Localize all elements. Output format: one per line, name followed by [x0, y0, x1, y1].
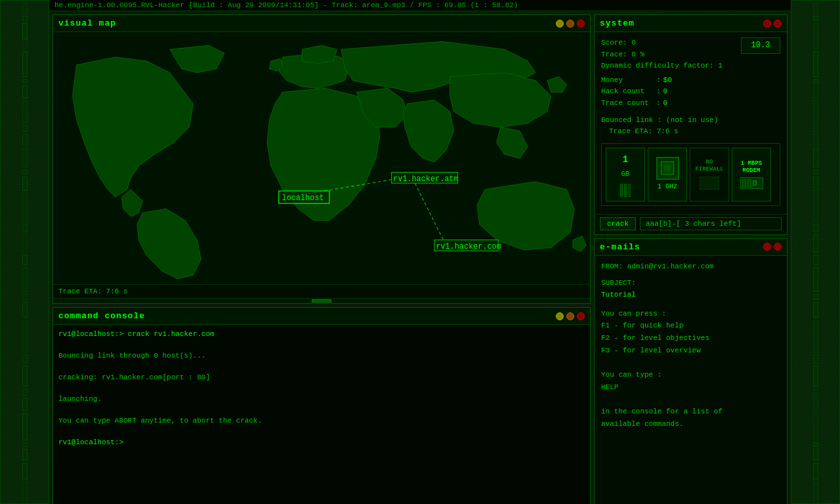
score-box: 10.3 — [741, 37, 780, 54]
email-body-line: in the console for a list of — [601, 406, 780, 418]
hw-modem: 1 MBPSMODEM — [732, 148, 771, 201]
bounced-row: Bounced link : (not in use) — [601, 115, 780, 127]
modem-icon — [740, 177, 763, 189]
email-from-row: FROM: admin@rv1.hacker.com — [601, 261, 780, 273]
console-line-5: You can type ABORT anytime, to abort the… — [58, 415, 585, 427]
trace-eta-sys: Trace ETA: — [609, 127, 652, 135]
hw-cpu: 1 GHz — [648, 148, 687, 201]
score-stats: Score: 0 Trace: 0 % Dynamic difficulty f… — [601, 37, 723, 72]
visual-map-title: visual map — [58, 18, 116, 28]
ram-bars — [620, 184, 631, 197]
left-panels: visual map — [52, 14, 591, 504]
subject-label: SUBJECT: — [601, 278, 780, 289]
svg-text:localhost: localhost — [282, 194, 324, 203]
trace-text: Trace: 0 % — [601, 49, 723, 61]
map-scrollbar[interactable] — [53, 298, 590, 303]
system-title: system — [600, 18, 635, 28]
bounced-value: (not in use) — [666, 116, 718, 124]
email-body-line: You can type : — [601, 369, 780, 381]
trace-row: Trace ETA: 7:6 s — [609, 126, 780, 138]
money-label: Money — [601, 75, 654, 87]
console-close-btn[interactable] — [577, 312, 585, 320]
console-header: command console — [53, 308, 590, 325]
hw-firewall: NOFIREWALL — [690, 148, 729, 201]
console-line-4: launching. — [58, 394, 585, 405]
svg-text:rv1.hacker.atm: rv1.hacker.atm — [393, 175, 459, 184]
from-label: FROM: — [601, 262, 623, 270]
email-body-line: HELP — [601, 381, 780, 394]
fw-label: NOFIREWALL — [695, 159, 723, 173]
restore-btn[interactable] — [566, 20, 574, 28]
email-subject-row: SUBJECT: Tutorial — [601, 278, 780, 301]
email-body-line: available commands. — [601, 418, 780, 430]
system-btn1[interactable] — [763, 20, 771, 28]
fw-icon — [700, 177, 719, 190]
map-content: localhost rv1.hacker.atm rv1.hacker.com … — [53, 32, 590, 284]
email-btn1[interactable] — [763, 243, 771, 251]
visual-map-header: visual map — [53, 15, 590, 32]
email-body-line: F2 - for level objectives — [601, 332, 780, 345]
difficulty-text: Dynamic difficulty factor: 1 — [601, 60, 723, 72]
console-line-1: rv1@localhost:> crack rv1.hacker.com — [58, 329, 585, 340]
trace-count-row: Trace count : 0 — [601, 98, 780, 110]
console-minimize-btn[interactable] — [556, 312, 564, 320]
ram-label-top: 1 — [623, 152, 628, 167]
hack-count-row: Hack count : 0 — [601, 86, 780, 98]
left-decoration — [0, 0, 49, 504]
console-title: command console — [58, 311, 145, 321]
console-line-6: rv1@localhost:> — [58, 437, 585, 448]
trace-count-label: Trace count — [601, 98, 654, 110]
system-panel: system Score: 0 Trace: 0 % Dynamic diffi… — [594, 14, 788, 235]
console-content: rv1@localhost:> crack rv1.hacker.com Bou… — [53, 325, 590, 504]
system-btn2[interactable] — [774, 20, 782, 28]
right-decoration — [791, 0, 840, 504]
scrollbar-thumb[interactable] — [312, 299, 331, 303]
email-body: You can press :F1 - for quick helpF2 - f… — [601, 308, 780, 430]
subject-value: Tutorial — [601, 289, 780, 301]
email-header: e-mails — [595, 239, 787, 256]
command-console-panel: command console rv1@localhost:> crack rv… — [52, 307, 591, 504]
visual-map-controls — [556, 20, 585, 28]
modem-label: 1 MBPSMODEM — [741, 160, 762, 175]
email-content: FROM: admin@rv1.hacker.com SUBJECT: Tuto… — [595, 256, 787, 504]
email-body-line: You can press : — [601, 308, 780, 320]
crack-display: aaa[b]-[ 3 chars left] — [640, 217, 782, 230]
minimize-btn[interactable] — [556, 20, 564, 28]
ram-label-mid: GB — [621, 169, 629, 180]
system-stats: Money : $0 Hack count : 0 Trace count : — [601, 75, 780, 110]
hw-ram: 1 GB — [606, 148, 645, 201]
email-title: e-mails — [600, 242, 640, 252]
console-controls — [556, 312, 585, 320]
hack-count-label: Hack count — [601, 86, 654, 98]
hardware-section: 1 GB — [601, 143, 780, 206]
trace-eta-val: 7:6 s — [657, 127, 679, 135]
right-panels: system Score: 0 Trace: 0 % Dynamic diffi… — [594, 14, 788, 504]
money-row: Money : $0 — [601, 75, 780, 87]
score-text: Score: 0 — [601, 37, 723, 49]
console-line-3: cracking: rv1.hacker.com[port : 80] — [58, 372, 585, 383]
email-body-line: F3 - for level overview — [601, 345, 780, 357]
score-row: Score: 0 Trace: 0 % Dynamic difficulty f… — [601, 37, 780, 72]
svg-text:rv1.hacker.com: rv1.hacker.com — [436, 242, 501, 251]
from-value: admin@rv1.hacker.com — [627, 262, 714, 270]
crack-row: crack aaa[b]-[ 3 chars left] — [595, 214, 787, 234]
close-btn[interactable] — [577, 20, 585, 28]
email-panel: e-mails FROM: admin@rv1.hacker.com SUBJE… — [594, 238, 788, 504]
map-footer: Trace ETA: 7:6 s — [53, 284, 590, 298]
hack-count-value: 0 — [663, 86, 668, 98]
email-btn2[interactable] — [774, 243, 782, 251]
crack-button[interactable]: crack — [600, 217, 636, 230]
console-line-2: Bouncing link through 0 host(s)... — [58, 350, 585, 362]
bounced-label: Bounced link : — [601, 116, 662, 124]
trace-count-value: 0 — [663, 98, 668, 110]
console-restore-btn[interactable] — [566, 312, 574, 320]
system-header: system — [595, 15, 787, 32]
system-controls — [763, 20, 782, 28]
email-body-line: F1 - for quick help — [601, 320, 780, 332]
system-content: Score: 0 Trace: 0 % Dynamic difficulty f… — [595, 32, 787, 214]
cpu-chip — [656, 157, 679, 180]
cpu-label: 1 GHz — [658, 182, 677, 192]
visual-map-panel: visual map — [52, 14, 591, 304]
money-value: $0 — [663, 75, 672, 87]
email-controls — [763, 243, 782, 251]
